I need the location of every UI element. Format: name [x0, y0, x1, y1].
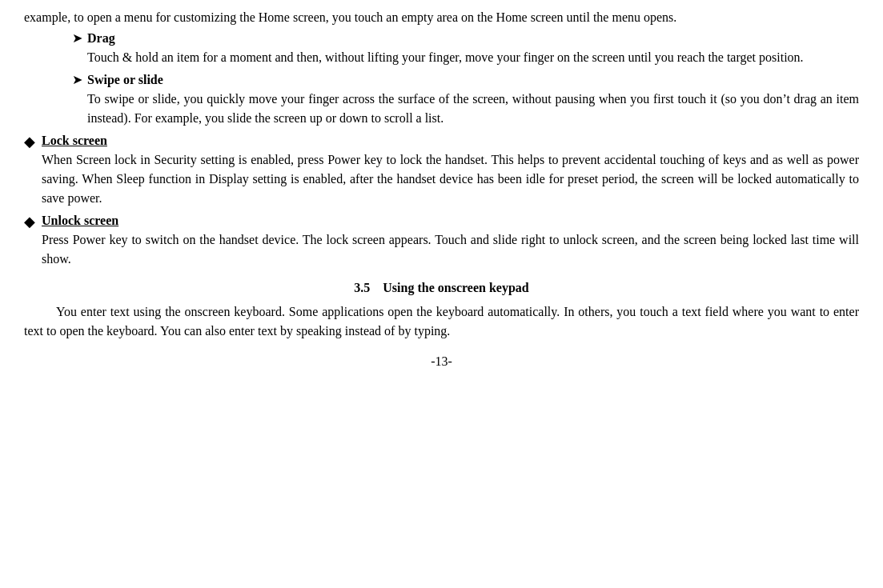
section-body: You enter text using the onscreen keyboa…	[24, 302, 859, 341]
drag-heading: Drag	[87, 31, 115, 45]
intro-paragraph: example, to open a menu for customizing …	[24, 8, 859, 27]
lock-item: ◆ Lock screen When Screen lock in Securi…	[24, 131, 859, 208]
unlock-text: Press Power key to switch on the handset…	[42, 233, 859, 266]
drag-item: ➤ Drag Touch & hold an item for a moment…	[72, 29, 859, 67]
lock-diamond-icon: ◆	[24, 131, 35, 153]
section-heading: 3.5 Using the onscreen keypad	[24, 278, 859, 298]
lock-text: When Screen lock in Security setting is …	[42, 153, 859, 205]
swipe-heading: Swipe or slide	[87, 73, 163, 86]
swipe-arrow-icon: ➤	[72, 70, 82, 90]
unlock-section: ◆ Unlock screen Press Power key to switc…	[24, 211, 859, 269]
unlock-diamond-icon: ◆	[24, 211, 35, 233]
swipe-item: ➤ Swipe or slide To swipe or slide, you …	[72, 70, 859, 128]
drag-section: ➤ Drag Touch & hold an item for a moment…	[72, 29, 859, 128]
content-area: example, to open a menu for customizing …	[24, 8, 859, 572]
page-number: -13-	[24, 352, 859, 371]
swipe-content: Swipe or slide To swipe or slide, you qu…	[87, 70, 859, 128]
unlock-content: Unlock screen Press Power key to switch …	[42, 211, 859, 269]
drag-content: Drag Touch & hold an item for a moment a…	[87, 29, 804, 67]
lock-heading: Lock screen	[42, 134, 107, 147]
section-title: Using the onscreen keypad	[383, 281, 528, 294]
section-number: 3.5	[354, 281, 370, 294]
lock-content: Lock screen When Screen lock in Security…	[42, 131, 859, 208]
unlock-heading: Unlock screen	[42, 214, 118, 227]
swipe-text: To swipe or slide, you quickly move your…	[87, 92, 859, 125]
page-container: example, to open a menu for customizing …	[0, 0, 883, 588]
unlock-item: ◆ Unlock screen Press Power key to switc…	[24, 211, 859, 269]
lock-section: ◆ Lock screen When Screen lock in Securi…	[24, 131, 859, 208]
drag-arrow-icon: ➤	[72, 29, 82, 48]
drag-text: Touch & hold an item for a moment and th…	[87, 50, 804, 64]
